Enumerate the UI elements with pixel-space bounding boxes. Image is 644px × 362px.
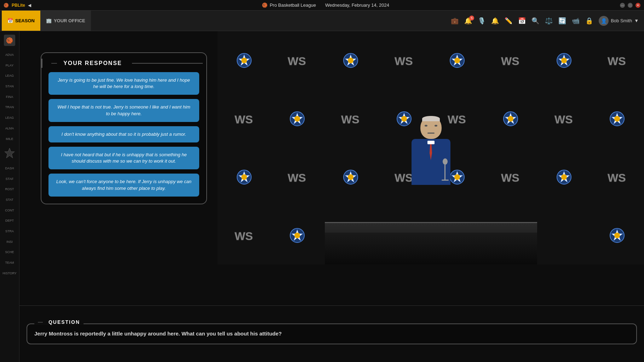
sidebar-item-team[interactable]: TEAM: [0, 258, 19, 268]
response-button-2[interactable]: Well I hope that is not true. Jerry is s…: [48, 99, 199, 122]
video-icon[interactable]: 📹: [572, 17, 580, 25]
avatar: 👤: [599, 16, 609, 26]
sidebar-item-rost[interactable]: ROST: [0, 185, 19, 194]
presenter-head: [420, 116, 442, 139]
username: Bob Smith: [611, 18, 632, 23]
sidebar-item-history[interactable]: HISTORY: [0, 269, 19, 279]
game-icon: 🏀: [262, 2, 268, 8]
response-button-4[interactable]: I have not heard that but if he is unhap…: [48, 147, 199, 169]
sidebar-item-adva[interactable]: ADVA: [0, 50, 19, 60]
presenter-area: [218, 31, 644, 264]
response-panel: — YOUR RESPONSE Jerry is going to be jus…: [41, 52, 207, 204]
question-panel: — QUESTION Jerry Montross is reportedly …: [27, 323, 637, 344]
sidebar-item-alma[interactable]: ALMA: [0, 124, 19, 134]
season-tab[interactable]: 📅 SEASON: [2, 11, 40, 31]
response-button-5[interactable]: Look, we can't force anyone to be here. …: [48, 174, 199, 196]
question-text: Jerry Montross is reportedly a little un…: [34, 330, 629, 338]
briefcase-icon[interactable]: 💼: [451, 17, 459, 25]
main-layout: 🏀 ADVA PLAY LEAG STAN FINA TRAN LEAG ALM…: [0, 31, 644, 362]
question-label: — QUESTION: [34, 319, 84, 325]
svg-marker-0: [5, 148, 15, 158]
office-tab[interactable]: 🏢 YOUR OFFICE: [40, 11, 91, 31]
window-controls: — □ ✕: [620, 3, 640, 8]
panel-title: — YOUR RESPONSE: [48, 60, 199, 66]
sidebar-item-mile[interactable]: MILE: [0, 134, 19, 144]
app-name: PBLite: [12, 3, 25, 8]
sidebar-item-dept[interactable]: DEPT: [0, 216, 19, 226]
office-icon: 🏢: [46, 18, 52, 23]
bell-icon[interactable]: 🔔: [491, 17, 499, 25]
season-label: SEASON: [15, 18, 35, 23]
season-icon: 📅: [7, 18, 13, 23]
notification-badge: 5: [469, 16, 474, 21]
sidebar-item-tran[interactable]: TRAN: [0, 103, 19, 112]
refresh-icon[interactable]: 🔄: [558, 17, 566, 25]
podium-table: [325, 222, 537, 264]
search-icon[interactable]: 🔍: [531, 17, 539, 25]
response-button-1[interactable]: Jerry is going to be just fine. We love …: [48, 72, 199, 95]
back-icon[interactable]: ◀: [28, 3, 31, 8]
sidebar-item-leag2[interactable]: LEAG: [0, 113, 19, 123]
content-area: WS WS: [19, 31, 644, 362]
lock-icon[interactable]: 🔒: [585, 17, 593, 25]
app-logo-icon: 🏀: [4, 3, 9, 8]
sidebar-item-play[interactable]: PLAY: [0, 61, 19, 71]
notification-icon[interactable]: 🔔 5: [464, 17, 472, 25]
minimize-button[interactable]: —: [620, 3, 625, 8]
sidebar-item-staf[interactable]: STAF: [0, 174, 19, 184]
nav-bar: 📅 SEASON 🏢 YOUR OFFICE 💼 🔔 5 🎙️ 🔔 ✏️ 📅 🔍…: [0, 11, 644, 31]
sidebar-item-cont[interactable]: CONT: [0, 206, 19, 216]
sidebar-item-leag1[interactable]: LEAG: [0, 71, 19, 81]
sidebar-item-fina[interactable]: FINA: [0, 92, 19, 102]
title-bar-left: 🏀 PBLite ◀: [4, 3, 31, 8]
sidebar-item-stan[interactable]: STAN: [0, 82, 19, 92]
edit-icon[interactable]: ✏️: [505, 17, 512, 25]
table-drape: [325, 233, 537, 264]
office-label: YOUR OFFICE: [54, 18, 85, 23]
sidebar-item-insi[interactable]: INSI: [0, 237, 19, 247]
window-title: Pro Basketball League: [270, 2, 316, 8]
user-info[interactable]: 👤 Bob Smith ▼: [599, 16, 639, 26]
sidebar-item-team-logo: [0, 145, 19, 163]
title-bar-center: 🏀 Pro Basketball League Wednesday, Febru…: [262, 2, 389, 8]
title-bar-right: — □ ✕: [620, 3, 640, 8]
response-button-3[interactable]: I don't know anything about that so it i…: [48, 126, 199, 142]
maximize-button[interactable]: □: [628, 3, 633, 8]
microphone-icon[interactable]: 🎙️: [478, 17, 485, 25]
sidebar-item-stra[interactable]: STRA: [0, 227, 19, 237]
sidebar-item-stat[interactable]: STAT: [0, 195, 19, 205]
sidebar-item-dash[interactable]: DASH: [0, 164, 19, 174]
bottom-area: — QUESTION Jerry Montross is reportedly …: [19, 305, 644, 362]
sidebar-item-sche[interactable]: SCHE: [0, 247, 19, 257]
scale-icon[interactable]: ⚖️: [545, 17, 553, 25]
dropdown-icon: ▼: [634, 18, 639, 23]
microphone: [442, 158, 449, 180]
response-buttons: Jerry is going to be just fine. We love …: [48, 72, 199, 197]
title-bar: 🏀 PBLite ◀ 🏀 Pro Basketball League Wedne…: [0, 0, 644, 11]
sidebar: 🏀 ADVA PLAY LEAG STAN FINA TRAN LEAG ALM…: [0, 31, 19, 362]
calendar-icon[interactable]: 📅: [518, 17, 526, 25]
close-button[interactable]: ✕: [636, 3, 640, 8]
nav-icons: 💼 🔔 5 🎙️ 🔔 ✏️ 📅 🔍 ⚖️ 🔄 📹 🔒 👤 Bob Smith ▼: [451, 16, 642, 26]
window-date: Wednesday, February 14, 2024: [325, 2, 389, 8]
podium-area: [325, 187, 537, 264]
sidebar-logo: 🏀: [4, 35, 15, 46]
